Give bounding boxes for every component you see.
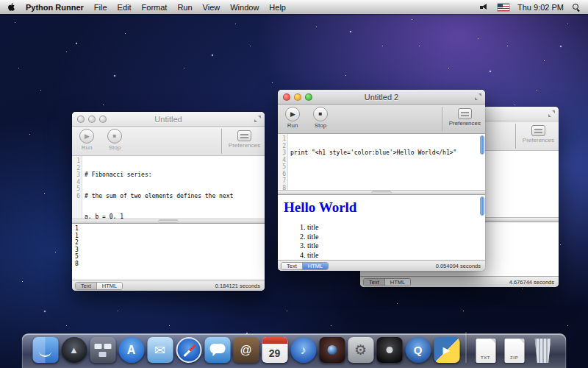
- fullscreen-icon[interactable]: [475, 93, 481, 100]
- quicktime-icon: Q: [405, 337, 431, 363]
- dock-item-itunes[interactable]: ♪: [290, 335, 317, 363]
- dock-item-python-runner[interactable]: ▶: [434, 335, 460, 363]
- execution-time: 0.054094 seconds: [436, 263, 481, 269]
- preferences-button[interactable]: Preferences: [515, 124, 554, 149]
- txt-document-icon: TXT: [476, 339, 495, 363]
- stop-button[interactable]: ■ Stop: [310, 107, 331, 129]
- dock-item-launchpad[interactable]: ▲: [61, 335, 87, 363]
- photo-booth-icon: [319, 337, 345, 363]
- code-editor[interactable]: 1 2 3 4 5 6 7 8 print "<h1 style='color:…: [278, 134, 485, 190]
- menu-item-file[interactable]: File: [94, 3, 107, 12]
- dock-item-safari[interactable]: [176, 335, 202, 363]
- text-tab[interactable]: Text: [76, 283, 96, 289]
- code-area[interactable]: # Fibonacci series: # the sum of two ele…: [82, 156, 265, 219]
- output-line: 1: [75, 233, 265, 240]
- run-button[interactable]: ▶ Run: [76, 129, 97, 151]
- splitter-dimple-icon: [159, 220, 178, 222]
- code-line: a, b = 0, 1: [85, 213, 265, 219]
- address-book-icon: @: [233, 337, 259, 363]
- menu-item-run[interactable]: Run: [177, 3, 192, 12]
- html-tab[interactable]: HTML: [96, 283, 122, 289]
- calendar-day: 29: [269, 347, 281, 359]
- output-area[interactable]: Hello World title title title title titl…: [278, 195, 485, 260]
- line-number-gutter: 1 2 3 4 5 6 7 8: [278, 134, 288, 190]
- output-mode-switch: Text HTML: [363, 278, 411, 286]
- calendar-icon: 29: [262, 337, 287, 363]
- minimize-button[interactable]: [88, 116, 96, 123]
- dock-item-calendar[interactable]: 29: [262, 335, 288, 363]
- close-button[interactable]: [77, 116, 85, 123]
- list-item: title: [307, 223, 479, 233]
- gear-icon: ⚙: [348, 337, 373, 363]
- code-area[interactable]: print "<h1 style='color:blue'>Hello Worl…: [288, 134, 485, 190]
- toolbar: ▶ Run ■ Stop Preferences: [72, 127, 265, 156]
- scrollbar[interactable]: [479, 197, 484, 258]
- splitter-handle[interactable]: [278, 190, 485, 195]
- stop-button[interactable]: ■ Stop: [104, 129, 125, 151]
- volume-icon[interactable]: [480, 3, 490, 11]
- fullscreen-icon[interactable]: [548, 110, 555, 117]
- dock-item-photo-booth[interactable]: [319, 335, 345, 363]
- splitter-handle[interactable]: [72, 219, 265, 224]
- stop-icon: ■: [313, 107, 328, 121]
- code-editor[interactable]: 1 2 3 4 5 6 # Fibonacci series: # the su…: [72, 156, 265, 219]
- dock-item-system-preferences[interactable]: ⚙: [348, 335, 374, 363]
- dock-item-zip-document[interactable]: ZIP: [501, 335, 528, 363]
- html-tab[interactable]: HTML: [384, 279, 410, 286]
- fullscreen-icon[interactable]: [254, 116, 261, 122]
- dock-item-app-store[interactable]: A: [118, 335, 145, 363]
- zoom-button[interactable]: [305, 93, 312, 101]
- list-item: title: [307, 251, 479, 261]
- title-bar[interactable]: Untitled 2: [278, 90, 485, 105]
- stop-icon: ■: [107, 129, 122, 144]
- dock-item-quicktime[interactable]: Q: [405, 335, 431, 363]
- spotlight-icon[interactable]: [572, 3, 581, 12]
- html-tab[interactable]: HTML: [302, 263, 328, 269]
- dock-item-finder[interactable]: [32, 335, 59, 363]
- menu-clock[interactable]: Thu 9:02 PM: [517, 3, 564, 12]
- scrollbar-thumb[interactable]: [480, 197, 484, 216]
- scrollbar-thumb[interactable]: [480, 135, 484, 155]
- zip-document-icon: ZIP: [504, 339, 524, 363]
- title-bar[interactable]: Untitled: [72, 112, 265, 127]
- menu-item-help[interactable]: Help: [269, 3, 286, 12]
- mail-icon: ✉: [147, 337, 173, 363]
- text-tab[interactable]: Text: [282, 263, 302, 269]
- output-area[interactable]: 1 1 2 3 5 8: [72, 224, 265, 280]
- output-line: 2: [75, 239, 265, 247]
- minimize-button[interactable]: [294, 93, 301, 101]
- code-line: [290, 171, 485, 178]
- close-button[interactable]: [283, 93, 290, 101]
- menu-item-format[interactable]: Format: [142, 3, 168, 12]
- desktop: Python Runner File Edit Format Run View …: [0, 0, 588, 368]
- dock-item-mail[interactable]: ✉: [147, 335, 173, 363]
- keyboard-layout-flag-icon[interactable]: [498, 4, 509, 11]
- dvd-player-icon: [376, 337, 402, 363]
- zoom-button[interactable]: [99, 116, 107, 123]
- dock-item-dvd-player[interactable]: [376, 335, 403, 363]
- dock-item-txt-document[interactable]: TXT: [473, 335, 499, 363]
- menu-item-window[interactable]: Window: [230, 3, 259, 12]
- toolbar: ▶ Run ■ Stop Preferences: [278, 105, 485, 134]
- output-line: 5: [75, 253, 265, 261]
- dock-item-address-book[interactable]: @: [233, 335, 259, 363]
- play-icon: ▶: [79, 129, 94, 144]
- menu-item-view[interactable]: View: [203, 3, 220, 12]
- menu-item-edit[interactable]: Edit: [118, 3, 132, 12]
- dock-item-trash[interactable]: [530, 335, 556, 363]
- run-button[interactable]: ▶ Run: [282, 107, 303, 129]
- output-mode-switch: Text HTML: [75, 282, 123, 290]
- python-runner-icon: ▶: [434, 337, 459, 363]
- scrollbar[interactable]: [479, 135, 484, 188]
- zip-document-label: ZIP: [510, 355, 518, 360]
- apple-menu-icon[interactable]: [7, 2, 15, 12]
- trash-icon: [533, 339, 553, 363]
- menu-app-name[interactable]: Python Runner: [26, 3, 84, 12]
- preferences-button[interactable]: Preferences: [442, 107, 481, 132]
- text-tab[interactable]: Text: [364, 279, 384, 286]
- window-untitled-2: Untitled 2 ▶ Run ■ Stop Preferences 1 2 …: [278, 90, 485, 271]
- dock-item-ichat[interactable]: [204, 335, 231, 363]
- preferences-button[interactable]: Preferences: [221, 129, 260, 154]
- output-mode-switch: Text HTML: [281, 262, 329, 270]
- dock-item-mission-control[interactable]: [90, 335, 116, 363]
